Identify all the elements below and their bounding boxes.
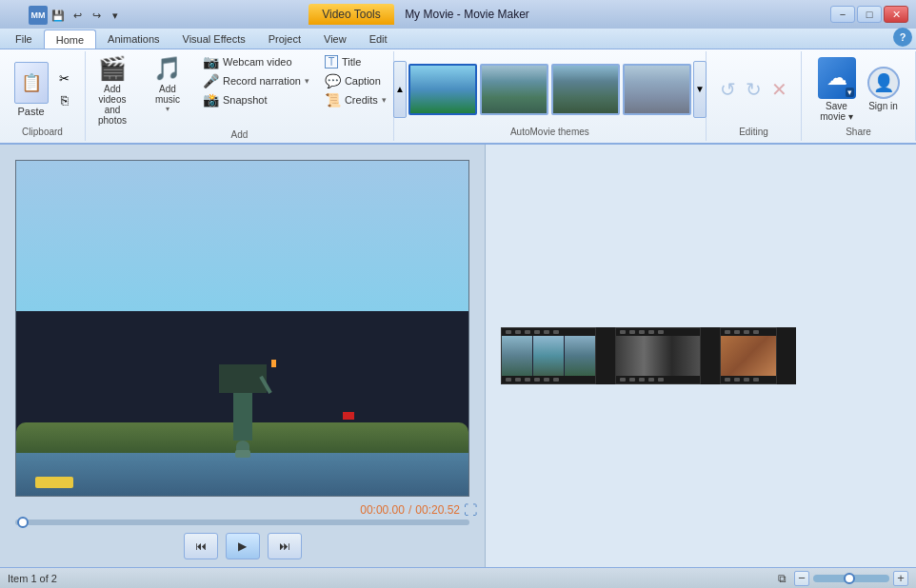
add-group-content: 🎬 Add videos and photos 🎵 Add music ▾ 📷 … [89, 53, 390, 127]
tab-edit[interactable]: Edit [358, 29, 399, 49]
play-next-button[interactable]: ⏭ [268, 533, 302, 559]
seek-thumb[interactable] [17, 517, 29, 528]
play-next-icon: ⏭ [279, 539, 290, 553]
tab-visual-effects[interactable]: Visual Effects [171, 29, 257, 49]
record-narration-label: Record narration [223, 75, 301, 87]
tab-home[interactable]: Home [44, 29, 96, 49]
main-area: 00:00.00 / 00:20.52 ⛶ ⏮ ▶ ⏭ [0, 145, 916, 567]
quick-toolbar: MM 💾 ↩ ↪ ▾ [29, 6, 124, 25]
share-group: ☁ ▾ Save movie ▾ 👤 Sign in Share [802, 51, 916, 141]
save-movie-button[interactable]: ☁ ▾ Save movie ▾ [814, 55, 860, 124]
title-bar: MM 💾 ↩ ↪ ▾ Video Tools My Movie - Movie … [0, 0, 916, 29]
themes-group-label: AutoMovie themes [510, 125, 589, 139]
rotate-right-button[interactable]: ↻ [743, 76, 765, 103]
title-label: Title [342, 56, 361, 68]
paste-button[interactable]: 📋 Paste [10, 60, 52, 119]
film-clip-3[interactable] [720, 327, 777, 384]
editing-group-label: Editing [739, 125, 768, 139]
seek-bar[interactable] [15, 519, 469, 525]
share-content: ☁ ▾ Save movie ▾ 👤 Sign in [814, 53, 904, 125]
close-button[interactable]: ✕ [884, 6, 908, 23]
fullscreen-button[interactable]: ⛶ [464, 502, 477, 518]
current-time: 00:00.00 [360, 503, 405, 517]
caption-button[interactable]: 💬 Caption [321, 72, 390, 89]
zoom-in-button[interactable]: + [893, 571, 908, 586]
minimize-button[interactable]: − [830, 6, 855, 23]
editing-content: ↺ ↻ ✕ [717, 53, 790, 125]
add-videos-icon: 🎬 [98, 55, 127, 82]
storyboard-content [486, 145, 916, 567]
save-quick-btn[interactable]: 💾 [50, 7, 67, 24]
title-icon: 🅃 [325, 54, 338, 69]
sol-crown [235, 450, 250, 458]
sol-base [219, 364, 267, 393]
app-icon: MM [29, 6, 48, 25]
credits-label: Credits [345, 94, 378, 106]
flag [343, 412, 354, 420]
tab-project[interactable]: Project [257, 29, 312, 49]
theme-item-3[interactable] [623, 64, 691, 115]
save-movie-icon: ☁ ▾ [818, 57, 856, 99]
snapshot-button[interactable]: 📸 Snapshot [199, 91, 313, 108]
ribbon-tab-bar: File Home Animations Visual Effects Proj… [0, 29, 916, 49]
sol-body [233, 393, 252, 441]
play-button[interactable]: ▶ [226, 533, 260, 559]
ribbon: 📋 Paste ✂ ⎘ Clipboard 🎬 Add videos and p… [0, 49, 916, 145]
add-music-label: Add music [155, 84, 180, 105]
themes-group: ▲ ▼ AutoMovie them [394, 51, 707, 141]
film-clip-1[interactable] [501, 327, 596, 384]
theme-item-0[interactable] [408, 64, 477, 115]
sign-in-button[interactable]: 👤 Sign in [864, 65, 904, 113]
undo-btn[interactable]: ↩ [69, 7, 86, 24]
quick-toolbar-dropdown[interactable]: ▾ [107, 7, 124, 24]
themes-scroll-down[interactable]: ▼ [693, 61, 707, 118]
clipboard-group-label: Clipboard [22, 125, 63, 139]
clipboard-group: 📋 Paste ✂ ⎘ Clipboard [0, 51, 86, 141]
tab-file[interactable]: File [4, 29, 44, 49]
add-videos-button[interactable]: 🎬 Add videos and photos [89, 53, 136, 127]
video-tools-label[interactable]: Video Tools [309, 4, 394, 25]
microphone-icon: 🎤 [203, 73, 219, 88]
theme-item-2[interactable] [551, 64, 620, 115]
webcam-video-button[interactable]: 📷 Webcam video [199, 53, 313, 70]
zoom-out-button[interactable]: − [794, 571, 809, 586]
themes-content: ▲ ▼ [393, 53, 707, 125]
window-controls: − □ ✕ [830, 6, 908, 23]
record-narration-button[interactable]: 🎤 Record narration ▾ [199, 72, 313, 89]
statue-of-liberty [219, 364, 267, 458]
monitor-button[interactable]: ⧉ [773, 570, 790, 587]
playback-controls: ⏮ ▶ ⏭ [0, 529, 485, 567]
play-prev-icon: ⏮ [195, 539, 207, 553]
remove-button[interactable]: ✕ [768, 76, 790, 103]
theme-item-1[interactable] [480, 64, 548, 115]
webcam-label: Webcam video [223, 56, 292, 68]
clipboard-content: 📋 Paste ✂ ⎘ [10, 53, 75, 125]
boat [35, 477, 73, 488]
themes-scroll-up[interactable]: ▲ [393, 61, 407, 118]
paste-label: Paste [17, 106, 44, 117]
play-prev-button[interactable]: ⏮ [184, 533, 218, 559]
cut-button[interactable]: ✂ [54, 68, 75, 88]
credits-button[interactable]: 📜 Credits ▾ [321, 91, 390, 108]
tab-view[interactable]: View [312, 29, 358, 49]
copy-button[interactable]: ⎘ [54, 89, 75, 110]
title-button[interactable]: 🅃 Title [321, 53, 390, 70]
webcam-icon: 📷 [203, 54, 219, 69]
redo-btn[interactable]: ↪ [88, 7, 105, 24]
sign-in-label: Sign in [868, 101, 898, 111]
rotate-left-button[interactable]: ↺ [717, 76, 739, 103]
water [16, 453, 468, 496]
zoom-slider[interactable] [813, 575, 889, 582]
sign-in-icon: 👤 [867, 67, 900, 99]
film-clip-2[interactable] [615, 327, 701, 384]
add-music-button[interactable]: 🎵 Add music ▾ [144, 53, 191, 115]
help-button[interactable]: ? [893, 28, 912, 47]
preview-video [15, 160, 469, 497]
status-bar: Item 1 of 2 ⧉ − + [0, 567, 916, 588]
tab-animations[interactable]: Animations [96, 29, 170, 49]
zoom-controls: ⧉ − + [773, 570, 908, 587]
add-text-buttons: 🅃 Title 💬 Caption 📜 Credits ▾ [321, 53, 390, 108]
sol-torch [271, 360, 276, 367]
maximize-button[interactable]: □ [857, 6, 882, 23]
add-group: 🎬 Add videos and photos 🎵 Add music ▾ 📷 … [86, 51, 394, 141]
